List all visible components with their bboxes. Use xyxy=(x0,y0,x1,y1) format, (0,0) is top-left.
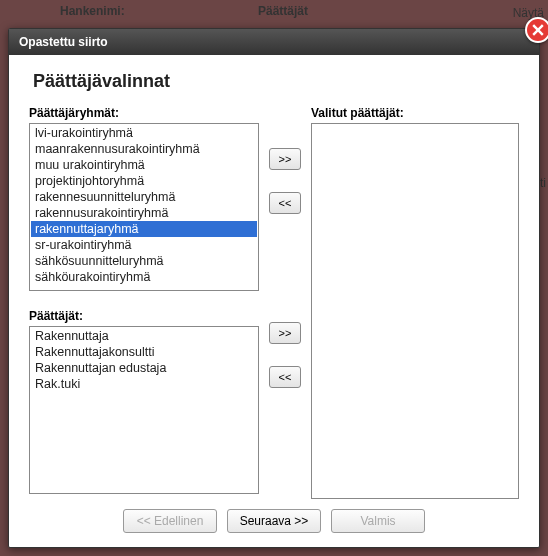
dialog-footer: << Edellinen Seuraava >> Valmis xyxy=(9,509,539,533)
dialog-title: Päättäjävalinnat xyxy=(33,71,519,92)
prev-button[interactable]: << Edellinen xyxy=(123,509,217,533)
groups-label: Päättäjäryhmät: xyxy=(29,106,259,120)
dialog-content: Päättäjävalinnat Päättäjäryhmät: lvi-ura… xyxy=(9,55,539,547)
add-group-button[interactable]: >> xyxy=(269,148,301,170)
members-listbox[interactable]: RakennuttajaRakennuttajakonsulttiRakennu… xyxy=(29,326,259,494)
dialog-titlebar: Opastettu siirto xyxy=(9,29,539,55)
remove-member-button[interactable]: << xyxy=(269,366,301,388)
group-item[interactable]: rakennuttajaryhmä xyxy=(31,221,257,237)
member-item[interactable]: Rakennuttajan edustaja xyxy=(31,360,257,376)
remove-group-button[interactable]: << xyxy=(269,192,301,214)
group-item[interactable]: muu urakointiryhmä xyxy=(31,157,257,173)
groups-listbox[interactable]: lvi-urakointiryhmämaanrakennusurakointir… xyxy=(29,123,259,291)
group-item[interactable]: sr-urakointiryhmä xyxy=(31,237,257,253)
group-item[interactable]: projektinjohtoryhmä xyxy=(31,173,257,189)
dialog: Opastettu siirto Päättäjävalinnat Päättä… xyxy=(8,28,540,548)
bg-label-paattajat: Päättäjät xyxy=(258,4,308,18)
bg-label-hankenimi: Hankenimi: xyxy=(60,4,125,18)
member-item[interactable]: Rak.tuki xyxy=(31,376,257,392)
group-item[interactable]: maanrakennusurakointiryhmä xyxy=(31,141,257,157)
close-button[interactable] xyxy=(525,17,548,43)
finish-button[interactable]: Valmis xyxy=(331,509,425,533)
group-item[interactable]: sähkösuunnitteluryhmä xyxy=(31,253,257,269)
group-item[interactable]: rakennesuunnitteluryhmä xyxy=(31,189,257,205)
group-item[interactable]: lvi-urakointiryhmä xyxy=(31,125,257,141)
members-label: Päättäjät: xyxy=(29,309,259,323)
group-item[interactable]: sähköurakointiryhmä xyxy=(31,269,257,285)
member-item[interactable]: Rakennuttajakonsultti xyxy=(31,344,257,360)
dialog-window-title: Opastettu siirto xyxy=(19,35,108,49)
selected-listbox[interactable] xyxy=(311,123,519,499)
selected-label: Valitut päättäjät: xyxy=(311,106,519,120)
member-item[interactable]: Rakennuttaja xyxy=(31,328,257,344)
next-button[interactable]: Seuraava >> xyxy=(227,509,321,533)
add-member-button[interactable]: >> xyxy=(269,322,301,344)
group-item[interactable]: rakennusurakointiryhmä xyxy=(31,205,257,221)
close-icon xyxy=(532,24,544,36)
